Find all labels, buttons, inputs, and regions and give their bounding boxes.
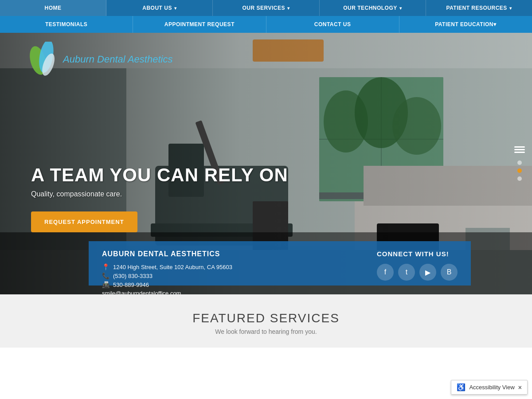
contact-email[interactable]: smile@auburndentaloffice.com [102,290,350,294]
hero-subtitle: Quality, compassionate care. [31,190,288,198]
slider-menu-icon[interactable] [514,146,525,154]
nav-our-services[interactable]: OUR SERVICES ▾ [213,0,319,16]
primary-nav: HOME ABOUT US ▾ OUR SERVICES ▾ OUR TECHN… [0,0,532,16]
fax-icon: 📠 [102,281,110,288]
contact-bar: AUBURN DENTAL AESTHETICS 📍 1240 High Str… [0,232,532,294]
nav-home[interactable]: HOME [0,0,106,16]
contact-info-card: AUBURN DENTAL AESTHETICS 📍 1240 High Str… [89,241,364,286]
hero-section: Auburn Dental Aesthetics A TEAM YOU CAN … [0,33,532,294]
blogger-button[interactable]: B [441,264,458,281]
contact-fax: 📠 530-889-9946 [102,281,350,288]
phone-icon: 📞 [102,272,110,279]
nav-appointment-request[interactable]: APPOINTMENT REQUEST [133,16,266,33]
request-appointment-button[interactable]: REQUEST APPOINTMENT [31,211,137,232]
chevron-down-icon: ▾ [399,6,402,11]
nav-about-us[interactable]: ABOUT US ▾ [106,0,213,16]
nav-patient-resources[interactable]: PATIENT RESOURCES ▾ [426,0,532,16]
accessibility-bar: ♿ Accessibility View × [451,380,528,395]
accessibility-close-button[interactable]: × [518,384,522,391]
nav-contact-us[interactable]: CONTACT US [266,16,399,33]
hero-content: A TEAM YOU CAN RELY ON Quality, compassi… [31,164,288,232]
nav-patient-education[interactable]: PATIENT EDUCATION ▾ [399,16,532,33]
slider-controls [514,146,525,181]
featured-services-section: FEATURED SERVICES We look forward to hea… [0,294,532,348]
contact-phone: 📞 (530) 830-3333 [102,272,350,279]
facebook-button[interactable]: f [377,264,394,281]
top-navigation: HOME ABOUT US ▾ OUR SERVICES ▾ OUR TECHN… [0,0,532,33]
featured-title: FEATURED SERVICES [192,311,340,325]
social-icons: f t ▶ B [377,264,458,281]
twitter-button[interactable]: t [398,264,415,281]
secondary-nav: TESTIMONIALS APPOINTMENT REQUEST CONTACT… [0,16,532,33]
chevron-down-icon: ▾ [287,6,290,11]
contact-address: 📍 1240 High Street, Suite 102 Auburn, CA… [102,263,350,270]
social-heading: CONNECT WITH US! [377,250,458,258]
slide-dot-3[interactable] [517,176,522,181]
nav-testimonials[interactable]: TESTIMONIALS [0,16,133,33]
logo-area: Auburn Dental Aesthetics [27,42,172,77]
chevron-down-icon: ▾ [509,6,512,11]
logo-icon [27,42,58,77]
social-card: CONNECT WITH US! f t ▶ B [364,241,471,286]
chevron-down-icon: ▾ [493,21,497,27]
nav-our-technology[interactable]: OUR TECHNOLOGY ▾ [320,0,426,16]
contact-heading: AUBURN DENTAL AESTHETICS [102,250,350,258]
accessibility-icon: ♿ [457,383,466,391]
hero-title: A TEAM YOU CAN RELY ON [31,164,288,186]
location-icon: 📍 [102,263,110,270]
slide-dot-1[interactable] [517,160,522,165]
featured-subtitle: We look forward to hearing from you. [215,328,317,335]
accessibility-label: Accessibility View [469,384,514,391]
logo-text: Auburn Dental Aesthetics [63,54,172,65]
slide-dot-2[interactable] [517,168,522,173]
chevron-down-icon: ▾ [174,6,177,11]
youtube-button[interactable]: ▶ [419,264,436,281]
